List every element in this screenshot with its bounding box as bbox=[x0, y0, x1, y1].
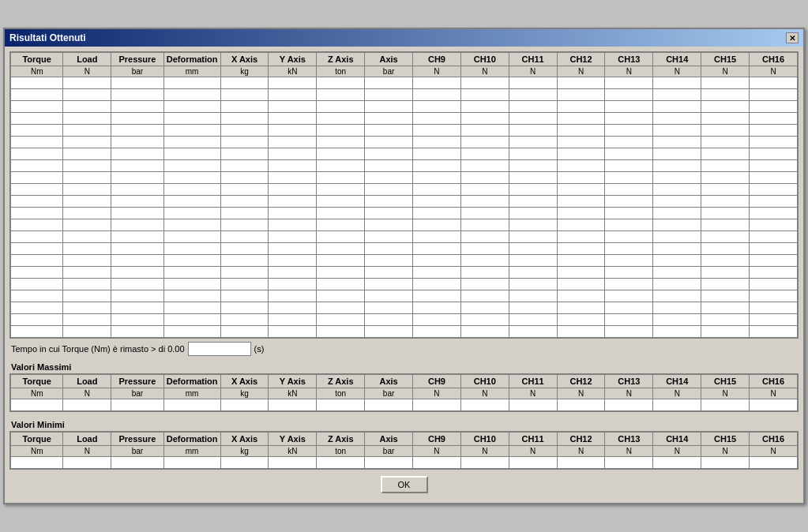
unit-load: N bbox=[63, 66, 111, 77]
time-input[interactable] bbox=[188, 342, 251, 356]
time-label: Tempo in cui Torque (Nm) è rimasto > di … bbox=[11, 344, 185, 354]
main-window: Risultati Ottenuti ✕ Torque Load Pressur… bbox=[3, 28, 805, 504]
max-col-zaxis: Z Axis bbox=[317, 375, 365, 388]
col-header-yaxis: Y Axis bbox=[269, 53, 317, 66]
col-header-torque: Torque bbox=[11, 53, 63, 66]
max-col-ch13: CH13 bbox=[605, 375, 653, 388]
unit-pressure: bar bbox=[111, 66, 163, 77]
max-col-ch15: CH15 bbox=[701, 375, 750, 388]
table-row bbox=[11, 184, 798, 196]
max-col-yaxis: Y Axis bbox=[269, 375, 317, 388]
max-col-ch9: CH9 bbox=[413, 375, 461, 388]
col-header-pressure: Pressure bbox=[111, 53, 163, 66]
col-header-axis: Axis bbox=[365, 53, 413, 66]
unit-ch10: N bbox=[460, 66, 509, 77]
min-col-deformation: Deformation bbox=[163, 433, 220, 446]
table-row bbox=[11, 255, 798, 267]
unit-ch15: N bbox=[701, 66, 750, 77]
time-unit: (s) bbox=[254, 344, 265, 354]
valori-minimi-label: Valori Minimi bbox=[9, 417, 799, 431]
min-col-ch15: CH15 bbox=[701, 433, 750, 446]
unit-ch13: N bbox=[605, 66, 653, 77]
close-button[interactable]: ✕ bbox=[786, 32, 799, 43]
window-title: Risultati Ottenuti bbox=[9, 32, 86, 43]
min-col-yaxis: Y Axis bbox=[269, 433, 317, 446]
min-col-ch16: CH16 bbox=[750, 433, 798, 446]
min-col-xaxis: X Axis bbox=[220, 433, 269, 446]
max-col-torque: Torque bbox=[11, 375, 63, 388]
max-col-ch12: CH12 bbox=[557, 375, 605, 388]
col-header-ch10: CH10 bbox=[460, 53, 509, 66]
valori-massimi-label: Valori Massimi bbox=[9, 359, 799, 373]
min-col-load: Load bbox=[63, 433, 111, 446]
min-col-ch14: CH14 bbox=[653, 433, 701, 446]
table-row bbox=[11, 77, 798, 89]
unit-ch11: N bbox=[509, 66, 557, 77]
unit-axis: bar bbox=[365, 66, 413, 77]
min-col-zaxis: Z Axis bbox=[317, 433, 365, 446]
min-col-ch12: CH12 bbox=[557, 433, 605, 446]
max-col-load: Load bbox=[63, 375, 111, 388]
table-row bbox=[11, 231, 798, 243]
min-col-axis: Axis bbox=[365, 433, 413, 446]
massimi-data-row bbox=[11, 399, 798, 411]
unit-xaxis: kg bbox=[220, 66, 269, 77]
unit-ch12: N bbox=[557, 66, 605, 77]
min-col-ch10: CH10 bbox=[460, 433, 509, 446]
min-col-pressure: Pressure bbox=[111, 433, 163, 446]
table-row bbox=[11, 267, 798, 279]
unit-ch16: N bbox=[750, 66, 798, 77]
main-data-table: Torque Load Pressure Deformation X Axis … bbox=[9, 51, 799, 339]
table-row bbox=[11, 208, 798, 219]
col-header-zaxis: Z Axis bbox=[317, 53, 365, 66]
max-col-deformation: Deformation bbox=[163, 375, 220, 388]
ok-button[interactable]: OK bbox=[381, 476, 428, 493]
minimi-table: Torque Load Pressure Deformation X Axis … bbox=[9, 431, 799, 470]
table-row bbox=[11, 101, 798, 113]
table-row bbox=[11, 89, 798, 101]
table-row bbox=[11, 113, 798, 125]
col-header-ch14: CH14 bbox=[653, 53, 701, 66]
table-row bbox=[11, 314, 798, 326]
min-col-ch13: CH13 bbox=[605, 433, 653, 446]
table-row bbox=[11, 302, 798, 314]
col-header-load: Load bbox=[63, 53, 111, 66]
max-col-ch14: CH14 bbox=[653, 375, 701, 388]
title-bar: Risultati Ottenuti ✕ bbox=[5, 29, 803, 47]
min-col-torque: Torque bbox=[11, 433, 63, 446]
minimi-data-row bbox=[11, 457, 798, 469]
unit-ch14: N bbox=[653, 66, 701, 77]
max-col-ch11: CH11 bbox=[509, 375, 557, 388]
table-row bbox=[11, 137, 798, 148]
table-row bbox=[11, 196, 798, 208]
unit-yaxis: kN bbox=[269, 66, 317, 77]
table-row bbox=[11, 290, 798, 302]
unit-ch9: N bbox=[413, 66, 461, 77]
table-row bbox=[11, 148, 798, 160]
time-section: Tempo in cui Torque (Nm) è rimasto > di … bbox=[9, 339, 799, 359]
col-header-xaxis: X Axis bbox=[220, 53, 269, 66]
min-col-ch9: CH9 bbox=[413, 433, 461, 446]
unit-torque: Nm bbox=[11, 66, 63, 77]
massimi-table: Torque Load Pressure Deformation X Axis … bbox=[9, 373, 799, 412]
table-row bbox=[11, 279, 798, 290]
min-col-ch11: CH11 bbox=[509, 433, 557, 446]
content-area: Torque Load Pressure Deformation X Axis … bbox=[5, 47, 803, 503]
table-row bbox=[11, 219, 798, 231]
col-header-ch12: CH12 bbox=[557, 53, 605, 66]
table-row bbox=[11, 125, 798, 137]
col-header-ch9: CH9 bbox=[413, 53, 461, 66]
table-row bbox=[11, 243, 798, 255]
table-row bbox=[11, 326, 798, 338]
table-row bbox=[11, 160, 798, 172]
col-header-ch13: CH13 bbox=[605, 53, 653, 66]
col-header-deformation: Deformation bbox=[163, 53, 220, 66]
table-row bbox=[11, 172, 798, 184]
col-header-ch15: CH15 bbox=[701, 53, 750, 66]
max-col-pressure: Pressure bbox=[111, 375, 163, 388]
max-col-xaxis: X Axis bbox=[220, 375, 269, 388]
col-header-ch16: CH16 bbox=[750, 53, 798, 66]
unit-deformation: mm bbox=[163, 66, 220, 77]
max-col-axis: Axis bbox=[365, 375, 413, 388]
col-header-ch11: CH11 bbox=[509, 53, 557, 66]
